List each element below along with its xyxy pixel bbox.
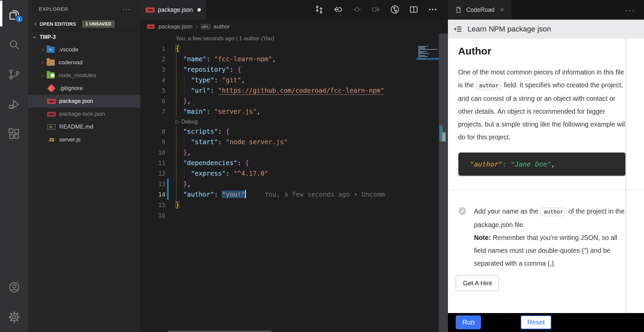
get-a-hint-button[interactable]: Get A Hint — [456, 275, 499, 291]
breadcrumb[interactable]: npm package.json › abc author — [140, 20, 448, 34]
activity-item-explorer[interactable]: 1 — [0, 0, 28, 30]
code-token: { — [175, 45, 179, 52]
activity-item-extensions[interactable] — [0, 119, 28, 149]
code-line-16[interactable]: 16 — [140, 210, 418, 221]
open-editors-label: OPEN EDITORS — [40, 21, 76, 27]
line-number: 10 — [140, 149, 165, 156]
reset-button[interactable]: Reset — [521, 315, 551, 329]
code-token: "author" — [470, 160, 502, 168]
horizontal-scrollbar[interactable] — [168, 331, 271, 332]
code-line-10[interactable]: 10 }, — [140, 147, 418, 158]
open-editors-section[interactable]: OPEN EDITORS 1 UNSAVED — [28, 18, 140, 30]
git-icon — [47, 84, 56, 92]
breadcrumb-file[interactable]: package.json — [159, 23, 192, 30]
code-token — [175, 191, 183, 198]
code-line-12[interactable]: 12 "express": "^4.17.0" — [140, 168, 418, 179]
code-line-6[interactable]: 6 }, — [140, 96, 418, 106]
indent-guide — [176, 75, 176, 85]
unsaved-dot-icon[interactable] — [197, 8, 201, 12]
code-token: "node server.js" — [226, 138, 288, 146]
code-line-14[interactable]: 14 "author": "you!"You, a few seconds ag… — [140, 189, 418, 200]
code-token: : — [214, 191, 222, 198]
code-line-11[interactable]: 11 "dependencies": { — [140, 158, 418, 168]
open-changes-icon[interactable] — [314, 4, 324, 15]
code-editor[interactable]: You, a few seconds ago | 1 author (You)1… — [140, 34, 418, 221]
root-folder-label: TMP-3 — [40, 34, 56, 40]
tab-coderoad[interactable]: CodeRoad — [448, 0, 511, 20]
coderoad-panel: CodeRoad ··· Learn NPM package json Auth… — [448, 0, 644, 332]
example-code-block: "author": "Jane Doe", — [458, 152, 626, 176]
code-line-1[interactable]: 1{ — [140, 43, 418, 54]
code-line-4[interactable]: 4 "type": "git", — [140, 75, 418, 85]
breadcrumb-symbol[interactable]: author — [213, 23, 230, 30]
code-line-8[interactable]: 8 "scripts": { — [140, 126, 418, 137]
code-token: , — [272, 55, 276, 63]
code-token: } — [183, 97, 187, 105]
code-token — [175, 180, 183, 187]
gutter-modified-indicator — [167, 179, 169, 189]
tree-item--gitignore[interactable]: .gitignore — [28, 82, 140, 95]
more-actions-icon[interactable] — [428, 4, 438, 15]
tab-package-json[interactable]: npm package.json — [140, 0, 206, 20]
timeline-icon[interactable] — [390, 4, 400, 15]
text-run: field. It specifies who created the proj… — [458, 81, 626, 141]
line-number: 2 — [140, 56, 165, 63]
codelens-authors[interactable]: You, a few seconds ago | 1 author (You) — [140, 34, 418, 43]
tree-item-coderoad[interactable]: coderoad — [28, 56, 140, 69]
tree-item--vscode[interactable]: .vscode — [28, 43, 140, 56]
explorer-more-actions-icon[interactable]: ··· — [122, 7, 131, 10]
code-line-13[interactable]: 13 }, — [140, 179, 418, 189]
codelens-debug[interactable]: ▷ Debug — [140, 117, 418, 126]
activity-item-search[interactable] — [0, 30, 28, 60]
code-token: } — [175, 201, 179, 208]
close-icon[interactable] — [499, 7, 505, 13]
tree-item-package-lock-json[interactable]: npmpackage-lock.json — [28, 108, 140, 120]
split-editor-icon[interactable] — [409, 4, 419, 15]
root-folder-row[interactable]: TMP-3 — [28, 30, 140, 43]
file-tree: .vscodecoderoadnode_modules.gitignorenpm… — [28, 43, 140, 146]
tree-item-readme-md[interactable]: M↓README.md — [28, 120, 140, 133]
code-line-7[interactable]: 7 "main": "server.js", — [140, 106, 418, 117]
previous-change-icon[interactable] — [333, 4, 343, 15]
run-button[interactable]: Run — [456, 315, 481, 329]
current-change-icon[interactable] — [352, 4, 362, 15]
scrollbar-thumb-gray[interactable] — [442, 132, 446, 141]
code-line-5[interactable]: 5 "url": "https://github.com/coderoad/fc… — [140, 85, 418, 96]
source-control-icon — [8, 68, 21, 81]
gutter — [167, 75, 169, 85]
indent-guide — [176, 147, 176, 158]
minimap-current-line — [418, 58, 439, 60]
code-token: : — [230, 66, 237, 73]
activity-item-source-control[interactable] — [0, 60, 28, 89]
activity-item-settings[interactable] — [0, 302, 28, 332]
indent-guide — [176, 179, 176, 189]
text-run: Remember that you’re writing JSON, so al… — [474, 234, 617, 267]
indent-guide — [176, 85, 176, 96]
tree-item-package-json[interactable]: npmpackage.json — [28, 95, 140, 108]
next-change-icon[interactable] — [371, 4, 381, 15]
npm-file-icon: npm — [146, 7, 154, 13]
code-line-15[interactable]: 15} — [140, 200, 418, 210]
panel-scrollbar-track[interactable] — [439, 34, 448, 332]
code-line-3[interactable]: 3 "repository": { — [140, 64, 418, 75]
code-line-2[interactable]: 2 "name": "fcc-learn-npm", — [140, 54, 418, 64]
minimap-change-marker — [417, 58, 418, 60]
code-token: "author" — [183, 191, 214, 198]
panel-scrollbar[interactable] — [625, 39, 626, 313]
explorer-sidebar: EXPLORER ··· OPEN EDITORS 1 UNSAVED TMP-… — [28, 0, 140, 332]
code-token: "repository" — [183, 66, 230, 73]
activity-item-account[interactable] — [0, 272, 28, 302]
activity-item-run-and-debug[interactable] — [0, 89, 28, 119]
tree-item-node-modules[interactable]: node_modules — [28, 69, 140, 82]
panel-more-actions-icon[interactable]: ··· — [625, 6, 636, 15]
code-token — [175, 55, 183, 63]
gutter — [167, 147, 169, 158]
code-token: "express" — [191, 170, 226, 177]
file-label: .vscode — [58, 46, 78, 53]
collapse-menu-icon[interactable] — [453, 24, 463, 34]
code-token: { — [237, 66, 241, 73]
markdown-icon: M↓ — [47, 123, 56, 131]
code-line-9[interactable]: 9 "start": "node server.js" — [140, 137, 418, 147]
tree-item-server-js[interactable]: JSserver.js — [28, 133, 140, 146]
code-token: "https://github.com/coderoad/fcc-learn-n… — [218, 87, 384, 94]
